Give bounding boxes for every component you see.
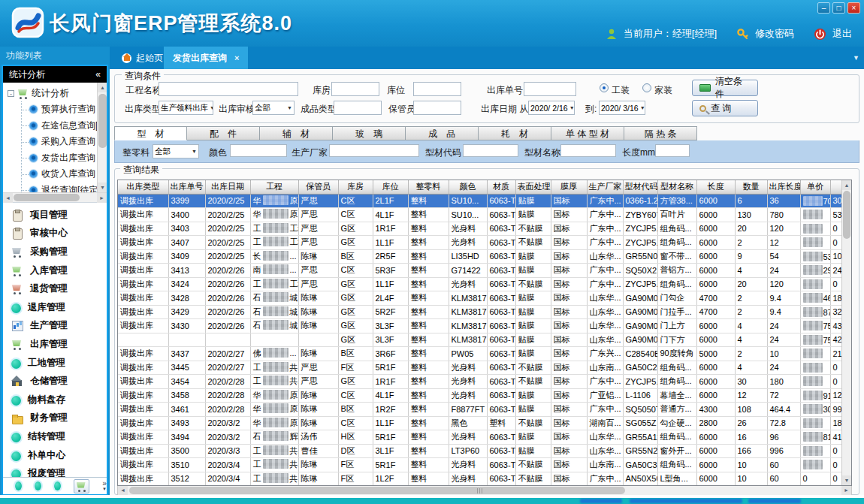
material-tab[interactable]: 耗 材 [479, 126, 551, 140]
sidebar-item[interactable]: 退货管理 [3, 279, 107, 298]
tree-item[interactable]: 退货查询[待定] [22, 183, 107, 193]
sidebar-item[interactable]: 结转管理 [3, 427, 107, 446]
table-row[interactable]: 调拨出库35102020/3/4工共工程陈琳F区5R1F整料光身料6063-T5… [118, 458, 842, 472]
material-tab[interactable]: 辅 材 [260, 126, 333, 140]
table-row[interactable]: 调拨出库34132020/2/26南...严思C区5R3F整料G71422606… [118, 264, 842, 278]
radio-home-install[interactable] [642, 83, 651, 92]
sidebar-item[interactable]: 入库管理 [3, 261, 107, 280]
scroll-right-icon[interactable]: ► [97, 193, 107, 203]
column-header[interactable]: 单价 [800, 180, 830, 194]
column-header[interactable]: 出库类型 [118, 180, 168, 194]
tree-vertical-scrollbar[interactable]: ▲ ▼ [97, 83, 107, 192]
table-row[interactable]: G区3L3F整料KLM38176063-T5贴膜国标山东华...GA90M09.… [118, 333, 842, 347]
clear-conditions-button[interactable]: 清空条件 [692, 80, 758, 96]
material-tab[interactable]: 玻 璃 [333, 126, 406, 140]
keeper-input[interactable] [413, 101, 461, 115]
sidebar-item[interactable]: 仓储管理 [3, 372, 107, 391]
material-tab[interactable]: 型 材 [114, 126, 187, 140]
table-row[interactable]: 调拨出库34942020/3/2石辉城汤伟H区5R1F整料光身料6063-T5贴… [118, 430, 842, 445]
column-header[interactable]: 膜厚 [551, 180, 587, 194]
sidebar-item[interactable]: 工地管理 [3, 354, 107, 373]
profile-code-input[interactable] [463, 144, 518, 157]
table-row[interactable]: 调拨出库34292020/2/26石城陈琳G区5R2F整料KLM38176063… [118, 305, 842, 319]
sidebar-item[interactable]: 生产管理 [3, 317, 107, 336]
sidebar-item[interactable]: 审核中心 [3, 225, 107, 243]
module-dot-icon[interactable] [35, 481, 41, 490]
column-header[interactable]: 整零料 [408, 180, 449, 194]
table-row[interactable]: 调拨出库34032020/2/25工工程严思G区1R1F整料光身料6063-T5… [118, 222, 842, 236]
tree-horizontal-scrollbar[interactable]: ◄ ► [3, 192, 107, 202]
table-row[interactable]: 调拨出库34542020/2/28工共工程严思G区1R1F整料光身料6063-T… [118, 375, 842, 389]
table-row[interactable]: 调拨出库34302020/2/26石城陈琳G区3L3F整料KLM38176063… [118, 319, 842, 333]
product-type-input[interactable] [334, 101, 382, 115]
project-name-input[interactable] [159, 82, 298, 96]
scroll-left-icon[interactable]: ◄ [3, 193, 13, 203]
column-header[interactable]: 工程 [250, 180, 298, 194]
collapse-icon[interactable]: « [95, 66, 101, 83]
close-button[interactable]: × [847, 2, 860, 14]
factory-input[interactable] [329, 144, 419, 157]
module-dot-icon[interactable] [54, 481, 61, 490]
tab-close-icon[interactable]: × [234, 53, 239, 62]
tree-expander-icon[interactable]: - [8, 90, 14, 97]
table-row[interactable]: 调拨出库34932020/3/2华原...陈琳C区1L1F整料黑色塑料不贴膜国标… [118, 416, 842, 430]
material-tab[interactable]: 隔 热 条 [624, 126, 697, 140]
length-input[interactable] [655, 144, 690, 157]
column-header[interactable]: 长度 [696, 180, 735, 194]
scroll-left-icon[interactable]: ◄ [118, 486, 128, 495]
column-header[interactable]: 金 [830, 180, 842, 194]
cart-module-button[interactable] [74, 479, 89, 493]
maximize-button[interactable]: □ [832, 2, 845, 14]
table-row[interactable]: 调拨出库34612020/2/28华原...陈琳B区1R2F整料F8877FT6… [118, 403, 842, 417]
sidebar-item[interactable]: 补单中心 [3, 446, 107, 465]
column-header[interactable]: 颜色 [449, 180, 487, 194]
column-header[interactable]: 型材名称 [657, 180, 696, 194]
scroll-down-icon[interactable]: ▼ [842, 475, 851, 485]
tree-item[interactable]: 在途信息查询[待 [22, 118, 107, 134]
table-row[interactable]: 调拨出库33992020/2/25华原...严思C区2L1F整料SU10...6… [118, 194, 842, 208]
module-dot-icon[interactable] [15, 481, 22, 490]
column-header[interactable]: 型材代码 [623, 180, 657, 194]
table-row[interactable]: 调拨出库34092020/2/25长...陈琳B区2R5F整料LI35HD606… [118, 249, 842, 264]
whole-part-select[interactable]: 全部▼ [153, 144, 199, 158]
order-no-input[interactable] [524, 82, 576, 96]
minimize-button[interactable]: – [817, 2, 830, 14]
sidebar-group-header[interactable]: 统计分析 « [3, 66, 107, 83]
scroll-right-icon[interactable]: ► [841, 486, 851, 495]
material-tab[interactable]: 单 体 型 材 [551, 126, 624, 140]
profile-name-input[interactable] [560, 144, 616, 157]
date-from-select[interactable]: 2020/ 2/16▼ [528, 101, 575, 115]
table-row[interactable]: 调拨出库34452020/2/27工共工程严思F区5R1F整料光身料6063-T… [118, 361, 842, 375]
table-row[interactable]: 调拨出库34372020/2/27佛...陈琳B区3R6F整料PW056063-… [118, 347, 842, 361]
warehouse-input[interactable] [331, 82, 379, 96]
change-password-link[interactable]: 修改密码 [755, 27, 794, 41]
sidebar-item[interactable]: 物料盘存 [3, 391, 107, 409]
scroll-up-icon[interactable]: ▲ [98, 83, 107, 92]
column-header[interactable]: 出库日期 [205, 180, 250, 194]
table-row[interactable]: 调拨出库35122020/3/4工共工程陈琳F区1L2F整料光身料6063-T5… [118, 472, 842, 486]
column-header[interactable]: 保管员 [298, 180, 338, 194]
tab-shipping-outbound-query[interactable]: 发货出库查询 × [164, 47, 248, 69]
sidebar-item[interactable]: 财务管理 [3, 409, 107, 428]
sidebar-item[interactable]: 项目管理 [3, 206, 107, 225]
material-tab[interactable]: 成 品 [406, 126, 479, 140]
grid-vertical-scrollbar[interactable]: ▲ ▼ [841, 180, 851, 485]
location-input[interactable] [413, 82, 461, 96]
tree-root-node[interactable]: - 统计分析 [3, 83, 107, 101]
material-tab[interactable]: 配 件 [187, 126, 260, 140]
tree-item[interactable]: 预算执行查询 [22, 101, 107, 118]
scroll-up-icon[interactable]: ▲ [842, 180, 851, 190]
radio-work-install[interactable] [600, 83, 609, 92]
column-header[interactable]: 生产厂家 [587, 180, 623, 194]
scroll-down-icon[interactable]: ▼ [98, 183, 107, 192]
sidebar-item[interactable]: 出库管理 [3, 335, 107, 354]
column-header[interactable]: 出库长度 [767, 180, 800, 194]
sidebar-item[interactable]: 采购管理 [3, 243, 107, 261]
tree-item[interactable]: 收货入库查询 [22, 166, 107, 183]
outbound-type-select[interactable]: 生产领料出库▼ [159, 101, 213, 115]
tree-item[interactable]: 采购入库查询 [22, 134, 107, 150]
column-header[interactable]: 材质 [487, 180, 515, 194]
sidebar-item[interactable]: 退库管理 [3, 298, 107, 317]
logout-link[interactable]: 退出 [832, 27, 852, 41]
column-header[interactable]: 数量 [735, 180, 767, 194]
